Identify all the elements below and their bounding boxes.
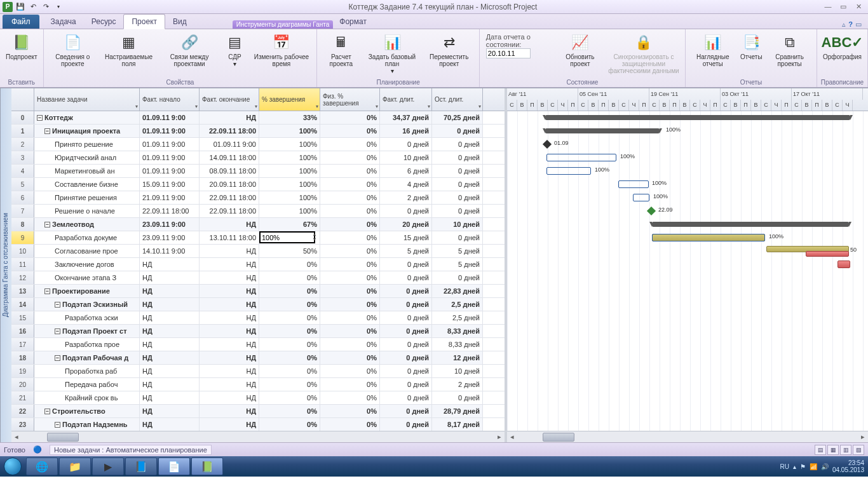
cell-name[interactable]: Разработка эски (34, 311, 140, 324)
row-header[interactable]: 10 (11, 245, 34, 257)
tl-month[interactable]: Авг '11 (507, 88, 578, 100)
cell-phys[interactable]: 0% (320, 245, 380, 257)
tl-day[interactable]: В (517, 100, 527, 111)
gantt-body[interactable]: 100% 01.09 100% 100% 100% 100% (507, 111, 868, 431)
tl-day[interactable]: С (507, 100, 517, 111)
tl-day[interactable]: В (609, 100, 619, 111)
col-header-start[interactable]: Факт. начало▾ (140, 88, 200, 111)
table-row[interactable]: 3Юридтческий анал01.09.11 9:0014.09.11 1… (11, 151, 505, 165)
scroll-thumb[interactable] (543, 433, 574, 442)
cell-start[interactable]: 01.09.11 9:00 (140, 151, 200, 164)
cell-end[interactable]: НД (200, 258, 259, 271)
cell-dur[interactable]: 34,37 дней (380, 111, 432, 124)
cell-start[interactable]: 14.10.11 9:00 (140, 245, 200, 257)
table-row[interactable]: 0−Коттедж01.09.11 9:00НД33%0%34,37 дней7… (11, 111, 505, 125)
cell-end[interactable]: 13.10.11 18:00 (200, 231, 259, 244)
dropdown-icon[interactable]: ▾ (316, 104, 318, 109)
tl-day[interactable]: В (538, 100, 548, 111)
col-header-pct[interactable]: % завершения▾ (259, 88, 320, 111)
row-header[interactable]: 23 (11, 418, 34, 431)
project-info-button[interactable]: 📄Сведения о проекте (46, 30, 100, 69)
taskbar-wmp[interactable]: ▶ (92, 458, 124, 475)
cell-start[interactable]: НД (140, 405, 200, 417)
gantt-critical-bar[interactable] (806, 251, 849, 257)
gantt-hscroll[interactable]: ◂ ▸ (507, 431, 868, 442)
cell-start[interactable]: НД (140, 418, 200, 431)
cell-dur[interactable]: 0 дней (380, 325, 432, 337)
row-header[interactable]: 1 (11, 125, 34, 137)
table-row[interactable]: 10Согласование прое14.10.11 9:00НД50%0%5… (11, 245, 505, 258)
table-row[interactable]: 8−Землеотвод23.09.11 9:00НД67%0%20 дней1… (11, 218, 505, 231)
cell-dur[interactable]: 0 дней (380, 378, 432, 391)
cell-phys[interactable]: 0% (320, 165, 380, 177)
cell-pct[interactable]: 100% (259, 138, 320, 151)
cell-pct[interactable]: 100% (259, 125, 320, 137)
maximize-button[interactable]: ▭ (837, 3, 849, 11)
col-header-name[interactable]: Название задачи▾ (34, 88, 140, 111)
cell-end[interactable]: НД (200, 271, 259, 284)
row-header[interactable]: 13 (11, 285, 34, 297)
gantt-task-bar[interactable] (633, 194, 649, 201)
cell-rem[interactable]: 70,25 дней (432, 111, 483, 124)
cell-dur[interactable]: 0 дней (380, 418, 432, 431)
tl-day[interactable]: Ч (558, 100, 568, 111)
tray-flag-icon[interactable]: ⚑ (800, 463, 806, 470)
cell-phys[interactable]: 0% (320, 271, 380, 284)
cell-pct[interactable]: 0% (259, 351, 320, 364)
visual-reports-button[interactable]: 📊Наглядные отчеты (688, 30, 737, 69)
cell-end[interactable]: НД (200, 325, 259, 337)
cell-end[interactable]: 22.09.11 18:00 (200, 191, 259, 204)
row-header[interactable]: 15 (11, 311, 34, 324)
cell-rem[interactable]: 0 дней (432, 138, 483, 151)
cell-start[interactable]: 22.09.11 18:00 (140, 205, 200, 217)
cell-pct[interactable]: 100% (259, 205, 320, 217)
cell-rem[interactable]: 8,33 дней (432, 338, 483, 351)
table-row[interactable]: 23−Подэтап НадземньНДНД0%0%0 дней8,17 дн… (11, 418, 505, 431)
cell-phys[interactable]: 0% (320, 405, 380, 417)
update-project-button[interactable]: 📈Обновить проект (557, 30, 604, 69)
close-button[interactable]: ✕ (853, 3, 864, 11)
baseline-button[interactable]: 📊Задать базовый план▾ (363, 30, 420, 76)
table-row[interactable]: 15Разработка эскиНДНД0%0%0 дней2,5 дней (11, 311, 505, 325)
cell-dur[interactable]: 5 дней (380, 245, 432, 257)
cell-dur[interactable]: 0 дней (380, 351, 432, 364)
spelling-button[interactable]: ABC✓Орфография (820, 30, 865, 62)
tl-day[interactable]: С (649, 100, 660, 111)
tl-day[interactable]: П (568, 100, 578, 111)
cell-end[interactable]: НД (200, 245, 259, 257)
cell-start[interactable]: 23.09.11 9:00 (140, 231, 200, 244)
cell-name[interactable]: −Коттедж (34, 111, 140, 124)
scroll-right-icon[interactable]: ▸ (858, 433, 868, 441)
cell-pct[interactable]: 0% (259, 271, 320, 284)
cell-dur[interactable]: 0 дней (380, 338, 432, 351)
table-row[interactable]: 14−Подэтап ЭскизныйНДНД0%0%0 дней2,5 дне… (11, 298, 505, 311)
gantt-task-bar[interactable] (652, 234, 765, 241)
cell-name[interactable]: Принятие решения (34, 191, 140, 204)
cell-rem[interactable]: 2,5 дней (432, 311, 483, 324)
subproject-button[interactable]: 📗 Подпроект (3, 30, 41, 62)
cell-name[interactable]: Согласование прое (34, 245, 140, 257)
cell-pct[interactable]: 50% (259, 245, 320, 257)
view-sheet-icon[interactable]: ▧ (853, 445, 864, 455)
tl-day[interactable]: С (761, 100, 771, 111)
tl-day[interactable]: В (588, 100, 599, 111)
cell-name[interactable]: −Подэтап Эскизный (34, 298, 140, 311)
cell-name[interactable]: Составление бизне (34, 178, 140, 191)
cell-start[interactable]: НД (140, 298, 200, 311)
cell-pct[interactable]: 0% (259, 298, 320, 311)
cell-name[interactable]: Маркетинговый ан (34, 165, 140, 177)
cell-dur[interactable]: 0 дней (380, 405, 432, 417)
col-header-dur[interactable]: Факт. длит.▾ (380, 88, 432, 111)
cell-pct[interactable]: 0% (259, 418, 320, 431)
dropdown-icon[interactable]: ▾ (428, 104, 430, 109)
cell-phys[interactable]: 0% (320, 378, 380, 391)
dropdown-icon[interactable]: ▾ (376, 104, 378, 109)
tl-day[interactable]: П (639, 100, 649, 111)
table-row[interactable]: 22−СтроительствоНДНД0%0%0 дней28,79 дней (11, 405, 505, 418)
dropdown-icon[interactable]: ▾ (478, 104, 481, 109)
tl-month[interactable]: 05 Сен '11 (578, 88, 649, 100)
change-time-button[interactable]: 📅Изменить рабочее время (248, 30, 314, 69)
cell-pct[interactable]: 0% (259, 365, 320, 377)
cell-name[interactable]: Крайний срок вь (34, 391, 140, 404)
cell-rem[interactable]: 0 дней (432, 191, 483, 204)
